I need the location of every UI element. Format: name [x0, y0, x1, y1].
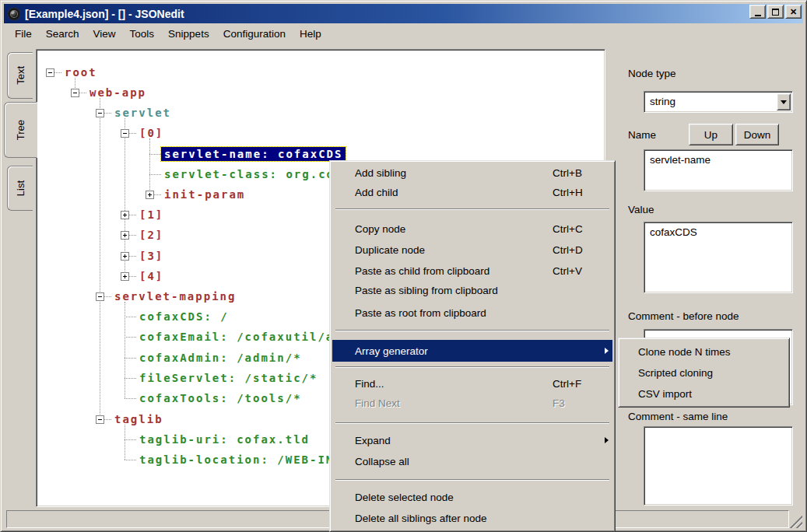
menu-item-delete-all-siblings[interactable]: Delete all siblings after node [332, 508, 612, 528]
value-field[interactable]: cofaxCDS [644, 222, 793, 293]
tree-node-3[interactable]: [3] [121, 246, 163, 266]
node-type-value: string [650, 96, 675, 107]
menu-item-scripted-cloning[interactable]: Scripted cloning [621, 362, 787, 383]
tab-text[interactable]: Text [7, 52, 33, 99]
expand-icon[interactable] [121, 231, 129, 240]
expand-icon[interactable] [146, 191, 154, 199]
menu-separator [335, 422, 609, 424]
menu-item-copy-node[interactable]: Copy nodeCtrl+C [332, 219, 612, 239]
collapse-icon[interactable] [96, 415, 104, 424]
maximize-button[interactable] [767, 5, 784, 19]
name-field[interactable]: servlet-name [644, 149, 793, 191]
tree-node-taglib-uri[interactable]: taglib-uri: cofax.tld [125, 429, 310, 450]
collapse-icon[interactable] [121, 129, 129, 138]
comment-same-line-label: Comment - same line [628, 411, 728, 422]
menu-item-duplicate-node[interactable]: Duplicate nodeCtrl+D [332, 240, 612, 260]
resize-grip-icon[interactable] [788, 513, 802, 528]
submenu-arrow-icon [605, 437, 609, 443]
shortcut: Ctrl+F [553, 378, 581, 390]
tree-node-cofaxadmin[interactable]: cofaxAdmin: /admin/* [125, 348, 302, 368]
collapse-icon[interactable] [46, 68, 54, 77]
comment-same-line-field[interactable] [644, 426, 793, 506]
tree-node-cofaxcds[interactable]: cofaxCDS: / [125, 306, 229, 327]
close-button[interactable]: ✕ [785, 5, 802, 19]
menu-item-delete-selected-node[interactable]: Delete selected node [332, 487, 612, 507]
menu-help[interactable]: Help [293, 26, 328, 41]
menu-separator [335, 479, 609, 481]
menu-search[interactable]: Search [39, 26, 86, 41]
app-icon[interactable] [8, 8, 20, 20]
node-type-label: Node type [628, 68, 676, 79]
minimize-button[interactable] [749, 5, 766, 19]
tree-node-1[interactable]: [1] [121, 205, 163, 225]
app-window: [Example4.json] - [] - JSONedit ✕ File S… [0, 0, 807, 532]
menu-item-paste-as-sibling[interactable]: Paste as sibling from clipboard [332, 280, 612, 300]
menu-item-paste-as-child[interactable]: Paste as child from clipboardCtrl+V [332, 261, 612, 281]
dropdown-button[interactable] [777, 93, 791, 110]
menu-item-paste-as-root[interactable]: Paste as root from clipboard [332, 303, 612, 323]
menu-item-add-sibling[interactable]: Add siblingCtrl+B [332, 163, 612, 183]
menubar: File Search View Tools Snippets Configur… [4, 25, 803, 43]
menu-item-expand[interactable]: Expand [332, 430, 612, 450]
menu-item-find-next: Find NextF3 [332, 393, 612, 413]
menu-file[interactable]: File [8, 26, 39, 41]
shortcut: F3 [553, 397, 565, 409]
tree-node-root[interactable]: root [46, 62, 97, 82]
tree-node-fileservlet[interactable]: fileServlet: /static/* [125, 368, 318, 388]
tree-node-init-param[interactable]: init-param [146, 184, 245, 205]
shortcut: Ctrl+B [553, 167, 582, 179]
node-type-dropdown[interactable]: string [644, 91, 793, 113]
menu-item-find[interactable]: Find...Ctrl+F [332, 373, 612, 394]
tree-node-servlet-name-selected[interactable]: servlet-name: cofaxCDS [149, 144, 346, 164]
value-label: Value [628, 204, 654, 215]
shortcut: Ctrl+V [553, 265, 582, 277]
menu-configuration[interactable]: Configuration [216, 26, 293, 41]
array-generator-submenu: Clone node N times Scripted cloning CSV … [618, 338, 790, 408]
menu-tools[interactable]: Tools [123, 26, 162, 41]
collapse-icon[interactable] [96, 109, 104, 117]
menu-item-csv-import[interactable]: CSV import [621, 383, 787, 404]
down-button[interactable]: Down [735, 124, 779, 145]
tree-node-taglib[interactable]: taglib [96, 409, 163, 429]
name-label: Name [628, 129, 656, 141]
shortcut: Ctrl+D [553, 244, 583, 256]
window-title: [Example4.json] - [] - JSONedit [25, 8, 184, 20]
menu-item-array-generator[interactable]: Array generator [332, 340, 612, 362]
shortcut: Ctrl+C [553, 223, 583, 235]
expand-icon[interactable] [121, 252, 129, 261]
maximize-icon [772, 9, 779, 16]
minimize-icon [755, 15, 761, 16]
tree-node-servlet-mapping[interactable]: servlet-mapping [96, 286, 236, 306]
tree-node-2[interactable]: [2] [121, 225, 163, 245]
chevron-down-icon [781, 100, 787, 104]
tree-node-0[interactable]: [0] [121, 123, 163, 143]
tree-node-web-app[interactable]: web-app [71, 82, 146, 103]
tab-tree[interactable]: Tree [4, 102, 37, 158]
menu-item-clone-node-n-times[interactable]: Clone node N times [621, 341, 787, 362]
tab-list[interactable]: List [7, 166, 33, 211]
collapse-icon[interactable] [71, 89, 79, 97]
comment-before-label: Comment - before node [628, 310, 739, 322]
context-menu: Add siblingCtrl+B Add childCtrl+H Copy n… [329, 160, 616, 532]
menu-view[interactable]: View [86, 26, 123, 41]
menu-item-add-child[interactable]: Add childCtrl+H [332, 182, 612, 202]
menu-item-collapse-all[interactable]: Collapse all [332, 451, 612, 471]
shortcut: Ctrl+H [553, 187, 583, 198]
tree-node-4[interactable]: [4] [121, 266, 163, 286]
tree-guide-line [100, 98, 100, 419]
expand-icon[interactable] [121, 272, 129, 281]
tree-node-servlet[interactable]: servlet [96, 103, 171, 123]
up-button[interactable]: Up [689, 124, 733, 145]
collapse-icon[interactable] [96, 292, 104, 301]
menu-separator [335, 208, 609, 210]
menu-separator [335, 366, 609, 368]
titlebar[interactable]: [Example4.json] - [] - JSONedit [4, 4, 803, 23]
menu-separator [335, 330, 609, 331]
close-icon: ✕ [790, 7, 797, 17]
submenu-arrow-icon [605, 348, 609, 354]
tree-node-cofaxtools[interactable]: cofaxTools: /tools/* [125, 388, 302, 408]
menu-snippets[interactable]: Snippets [161, 26, 216, 41]
expand-icon[interactable] [121, 211, 129, 219]
